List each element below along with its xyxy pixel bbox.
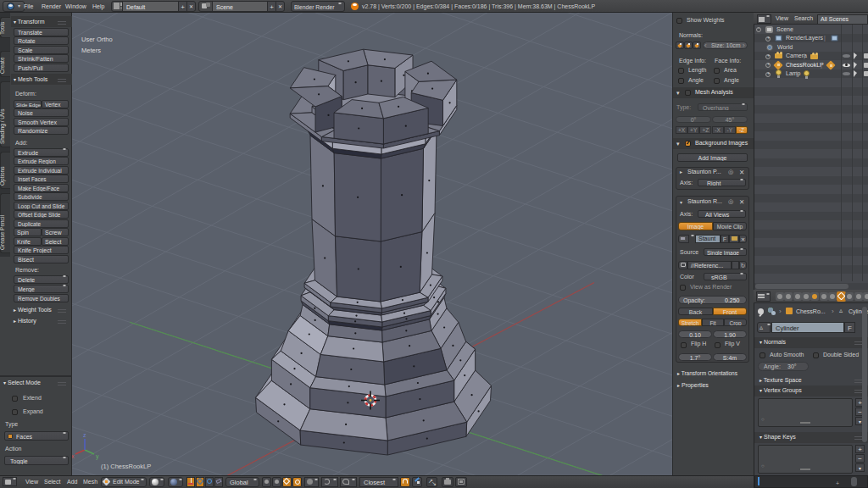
svg-text:x: x xyxy=(72,453,75,459)
svg-text:y: y xyxy=(96,453,99,460)
svg-text:z: z xyxy=(83,432,86,438)
